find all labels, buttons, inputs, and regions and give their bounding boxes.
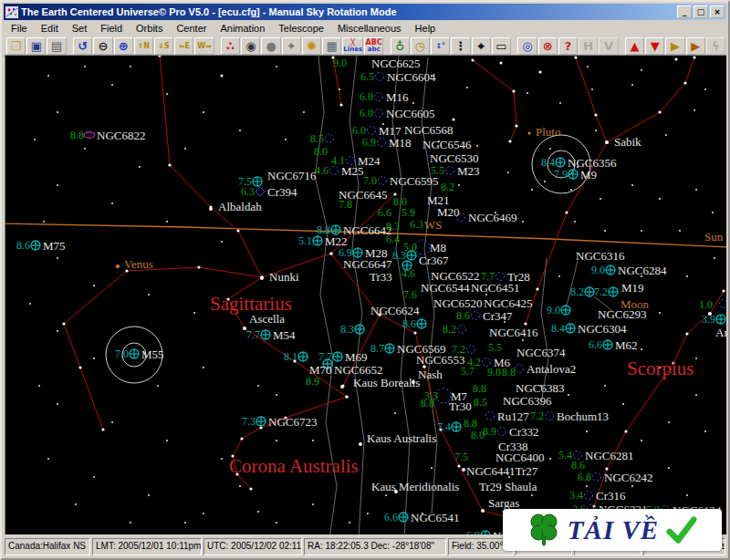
display-options-button[interactable]: ▭ (492, 37, 511, 55)
menu-animation[interactable]: Animation (220, 23, 265, 34)
menu-orbits[interactable]: Orbits (136, 23, 162, 34)
sky-object-label[interactable]: NGC6595 (390, 175, 438, 187)
minimize-button[interactable]: _ (677, 5, 692, 18)
sky-object-label[interactable]: M70 (309, 364, 332, 376)
lines-toggle-button[interactable]: ╳Lines (342, 37, 363, 55)
sky-object-label[interactable]: NGC6441Tr27 (466, 465, 537, 477)
sun-toggle-button[interactable]: ✺ (302, 37, 321, 55)
sky-object-label[interactable]: Cr316 (596, 490, 626, 502)
sky-object-label[interactable]: Cr394 (267, 186, 297, 198)
zoom-out-button[interactable]: ⊖ (93, 37, 112, 55)
sky-object-label[interactable]: NGC6520 (433, 297, 482, 309)
sky-object-label[interactable]: NGC6716 (267, 170, 316, 181)
sky-object-label[interactable]: NGC6400 (495, 451, 544, 463)
menu-field[interactable]: Field (100, 23, 122, 34)
star-name-label[interactable]: Kaus Borealis (353, 377, 420, 389)
save-file-button[interactable]: ▣ (26, 37, 46, 55)
sky-object-label[interactable]: NGC6604 (387, 71, 435, 83)
title-bar[interactable]: The Earth Centered Universe© Pro V5.0 - … (4, 4, 726, 20)
sky-object-label[interactable]: M20 (437, 206, 460, 218)
labels-toggle-button[interactable]: ABCabc (364, 37, 383, 55)
animate-reverse-button[interactable]: ▶ (686, 37, 705, 55)
sky-object-label[interactable]: M8 (430, 242, 446, 254)
sky-object-label[interactable]: NGC6605 (386, 108, 434, 119)
sky-object-label[interactable]: NGC6316 (576, 250, 624, 262)
venus-label[interactable]: Venus (124, 257, 153, 272)
ws-label[interactable]: WS (424, 218, 443, 233)
sky-object-label[interactable]: NGC6568 (404, 124, 453, 136)
moon-label[interactable]: Moon (620, 297, 649, 312)
field-circle-button[interactable]: ◎ (517, 37, 537, 55)
field-height-button[interactable]: ↕° (431, 37, 450, 55)
sky-object-label[interactable]: NGC6647 (343, 258, 391, 270)
pluto-label[interactable]: Pluto (536, 125, 560, 140)
sky-object-label[interactable]: M16 (386, 91, 409, 103)
sky-object-label[interactable]: Cr347 (483, 310, 513, 322)
sky-object-label[interactable]: NGC6396 (503, 395, 551, 407)
star-name-label[interactable]: Albaldah (218, 201, 262, 213)
sky-object-label[interactable]: NGC6284 (618, 264, 666, 276)
sky-object-label[interactable]: NGC6625 (371, 57, 420, 69)
sky-object-label[interactable]: M18 (389, 137, 412, 149)
sky-object-label[interactable]: NGC6383 (516, 382, 564, 394)
sky-object-label[interactable]: NGC6652 (334, 364, 382, 376)
menu-set[interactable]: Set (72, 23, 88, 34)
star-name-label[interactable]: Nash (418, 368, 443, 380)
pan-south-button[interactable]: ⇓S (154, 37, 173, 55)
sky-object-label[interactable]: NGC6624 (370, 305, 419, 316)
print-button[interactable]: ▤ (47, 37, 66, 55)
sky-object-label[interactable]: NGC6451 (471, 282, 519, 294)
stars-toggle-button[interactable]: ∴ (221, 37, 240, 55)
sky-object-label[interactable]: Cr367 (419, 254, 449, 266)
sky-chart[interactable]: NGC66046.5M166.0NGC66056.0M176.0M186.9M2… (5, 55, 726, 539)
grid-toggle-button[interactable]: ▦ (322, 37, 341, 55)
sky-object-label[interactable]: Bochum13 (557, 410, 609, 422)
sky-object-label[interactable]: NGC6425 (484, 297, 532, 309)
sky-object-label[interactable]: Ru127 (497, 410, 529, 422)
sky-object-label[interactable]: Tr33 (370, 271, 392, 283)
star-name-label[interactable]: Kaus Australis (367, 432, 436, 444)
sky-object-label[interactable]: M23 (457, 165, 480, 177)
redraw-button[interactable]: ↺ (73, 37, 92, 55)
star-name-label[interactable]: Sabik (614, 136, 641, 148)
download-watermark[interactable]: TẢI VỀ (503, 509, 722, 551)
animate-forward-button[interactable]: ▶ (665, 37, 684, 55)
sky-object-label[interactable]: M54 (273, 329, 296, 341)
galaxy-toggle-button[interactable]: ◉ (241, 37, 260, 55)
sky-object-label[interactable]: NGC6723 (268, 416, 317, 428)
close-button[interactable]: × (710, 5, 725, 18)
sky-object-label[interactable]: M25 (341, 165, 364, 177)
star-name-label[interactable]: Antares (715, 327, 726, 338)
sky-object-label[interactable]: Cr332 (509, 426, 539, 438)
earth-button[interactable]: ♁ (391, 37, 410, 55)
magnitude-limits-button[interactable]: ⋮ (451, 37, 470, 55)
sky-object-label[interactable]: NGC6553 (416, 354, 464, 366)
sky-object-label[interactable]: M9 (580, 169, 597, 181)
menu-telescope[interactable]: Telescope (278, 23, 324, 34)
time-button[interactable]: ◷ (411, 37, 430, 55)
pan-east-button[interactable]: ⇐E (174, 37, 193, 55)
sky-object-label[interactable]: NGC6541 (411, 512, 459, 524)
sky-object-label[interactable]: NGC6304 (578, 323, 626, 335)
menu-file[interactable]: File (11, 23, 27, 34)
menu-center[interactable]: Center (176, 23, 206, 34)
star-name-label[interactable]: Nunki (269, 271, 299, 283)
star-name-label[interactable]: Kaus Meridionalis (371, 481, 459, 493)
sky-object-label[interactable]: M75 (43, 240, 66, 252)
sun-label[interactable]: Sun (704, 230, 723, 244)
zoom-step-down-button[interactable]: ▼ (645, 37, 664, 55)
sky-object-label[interactable]: Tr30 (449, 400, 472, 412)
planet-toggle-button[interactable]: ● (261, 37, 280, 55)
sky-object-label[interactable]: NGC6530 (430, 152, 478, 164)
sky-object-label[interactable]: NGC6546 (422, 139, 471, 150)
sky-object-label[interactable]: NGC6374 (516, 347, 565, 358)
sky-object-label[interactable]: NGC6242 (604, 472, 652, 483)
zoom-step-up-button[interactable]: ▲ (625, 37, 644, 55)
maximize-button[interactable]: □ (694, 5, 708, 18)
menu-edit[interactable]: Edit (41, 23, 58, 34)
sky-object-label[interactable]: NGC6469 (468, 212, 516, 223)
sky-object-label[interactable]: Antalova2 (527, 363, 576, 375)
sky-object-label[interactable]: NGC6642 (343, 224, 391, 236)
comet-toggle-button[interactable]: ✦ (282, 37, 301, 55)
sky-object-label[interactable]: NGC6544 (421, 282, 469, 294)
